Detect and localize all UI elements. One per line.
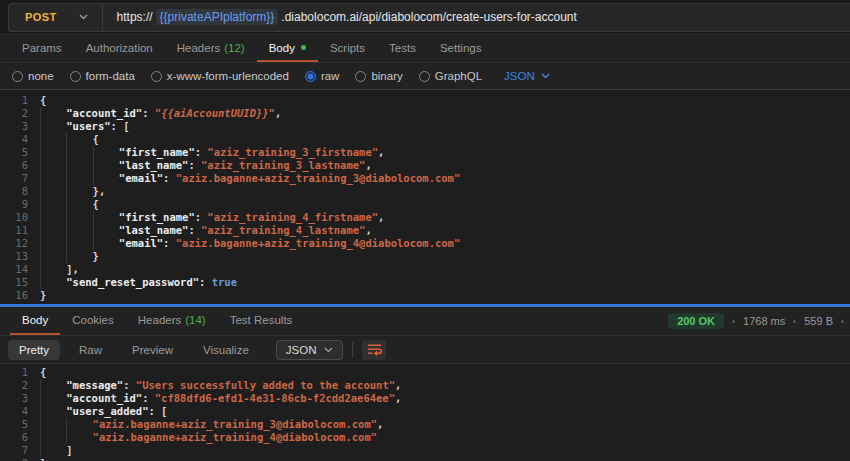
radio-circle-icon bbox=[419, 71, 430, 82]
chevron-down-icon bbox=[324, 347, 333, 353]
indent-guide bbox=[40, 185, 66, 198]
code-text: } bbox=[40, 457, 46, 461]
code-line: 6 "last_name": "aziz_training_3_lastname… bbox=[0, 159, 850, 172]
code-line: 4 "users_added": [ bbox=[0, 405, 850, 418]
tab-response-body[interactable]: Body bbox=[10, 307, 60, 335]
indent-guide bbox=[40, 431, 66, 444]
code-line: 9 { bbox=[0, 198, 850, 211]
indent-guide bbox=[40, 107, 66, 120]
response-tabs: Body Cookies Headers(14) Test Results bbox=[10, 307, 668, 335]
code-text: "send_reset_password": true bbox=[40, 276, 237, 289]
postman-app: POST https://{{privateAPIplatform}}.diab… bbox=[0, 0, 850, 461]
url-variable-chip[interactable]: {{privateAPIplatform}} bbox=[156, 9, 279, 25]
code-text: "message": "Users successfully added to … bbox=[40, 379, 401, 392]
radio-binary[interactable]: binary bbox=[355, 70, 402, 82]
tab-test-results[interactable]: Test Results bbox=[218, 307, 305, 335]
headers-count-badge: (12) bbox=[224, 42, 244, 54]
url-prefix: https:// bbox=[117, 10, 153, 24]
wrap-text-button[interactable] bbox=[362, 340, 386, 360]
indent-guide bbox=[40, 120, 66, 133]
unsaved-changes-dot bbox=[301, 45, 306, 50]
separator-dot bbox=[841, 320, 844, 323]
response-metrics: 200 OK 1768 ms 559 B bbox=[668, 307, 850, 335]
code-line: 2 "account_id": "{{aiAccountUUID}}", bbox=[0, 107, 850, 120]
view-pretty[interactable]: Pretty bbox=[8, 340, 60, 360]
tab-scripts[interactable]: Scripts bbox=[318, 35, 377, 62]
request-body-editor[interactable]: 1{2 "account_id": "{{aiAccountUUID}}",3 … bbox=[0, 90, 850, 304]
radio-graphql[interactable]: GraphQL bbox=[419, 70, 482, 82]
radio-x-www-form-urlencoded[interactable]: x-www-form-urlencoded bbox=[151, 70, 289, 82]
indent-guide bbox=[93, 237, 119, 250]
indent-guide bbox=[66, 418, 92, 431]
request-tabs: Params Authorization Headers(12) Body Sc… bbox=[0, 34, 850, 63]
indent-guide bbox=[40, 276, 66, 289]
response-time: 1768 ms bbox=[743, 315, 785, 327]
code-text: "account_id": "{{aiAccountUUID}}", bbox=[40, 107, 281, 120]
line-number: 8 bbox=[0, 185, 40, 198]
code-text: "account_id": "cf88dfd6-efd1-4e31-86cb-f… bbox=[40, 392, 401, 405]
indent-guide bbox=[66, 133, 92, 146]
view-raw[interactable]: Raw bbox=[68, 340, 113, 360]
indent-guide bbox=[93, 211, 119, 224]
code-line: 3 "users": [ bbox=[0, 120, 850, 133]
indent-guide bbox=[66, 250, 92, 263]
code-line: 7 ] bbox=[0, 444, 850, 457]
line-number: 10 bbox=[0, 211, 40, 224]
code-text: } bbox=[40, 250, 99, 263]
view-visualize[interactable]: Visualize bbox=[192, 340, 260, 360]
tab-settings[interactable]: Settings bbox=[428, 35, 494, 62]
line-number: 6 bbox=[0, 431, 40, 444]
code-text: }, bbox=[40, 185, 105, 198]
code-text: ], bbox=[40, 263, 79, 276]
indent-guide bbox=[66, 431, 92, 444]
code-text: { bbox=[40, 198, 99, 211]
code-text: "aziz.baganne+aziz_training_3@diabolocom… bbox=[40, 418, 383, 431]
indent-guide bbox=[40, 405, 66, 418]
indent-guide bbox=[40, 263, 66, 276]
tab-params[interactable]: Params bbox=[10, 35, 74, 62]
divider bbox=[352, 342, 353, 358]
indent-guide bbox=[40, 224, 66, 237]
response-language-dropdown[interactable]: JSON bbox=[276, 340, 344, 360]
line-number: 16 bbox=[0, 289, 40, 302]
status-badge[interactable]: 200 OK bbox=[668, 313, 724, 329]
indent-guide bbox=[66, 237, 92, 250]
radio-none[interactable]: none bbox=[12, 70, 54, 82]
separator-dot bbox=[793, 320, 796, 323]
code-line: 15 "send_reset_password": true bbox=[0, 276, 850, 289]
tab-headers[interactable]: Headers(12) bbox=[165, 35, 257, 62]
response-body-editor[interactable]: 1{2 "message": "Users successfully added… bbox=[0, 364, 850, 461]
code-text: "first_name": "aziz_training_3_firstname… bbox=[40, 146, 384, 159]
tab-authorization[interactable]: Authorization bbox=[74, 35, 165, 62]
indent-guide bbox=[66, 211, 92, 224]
code-line: 12 "email": "aziz.baganne+aziz_training_… bbox=[0, 237, 850, 250]
radio-circle-icon bbox=[151, 71, 162, 82]
view-preview[interactable]: Preview bbox=[121, 340, 184, 360]
line-number: 15 bbox=[0, 276, 40, 289]
indent-guide bbox=[93, 172, 119, 185]
code-text: "first_name": "aziz_training_4_firstname… bbox=[40, 211, 384, 224]
indent-guide bbox=[40, 133, 66, 146]
method-selector[interactable]: POST bbox=[9, 11, 102, 23]
chevron-down-icon bbox=[79, 14, 88, 20]
tab-cookies[interactable]: Cookies bbox=[60, 307, 126, 335]
code-text: } bbox=[40, 289, 46, 302]
request-url-bar: POST https://{{privateAPIplatform}}.diab… bbox=[0, 0, 850, 34]
tab-body[interactable]: Body bbox=[257, 35, 318, 62]
request-language-dropdown[interactable]: JSON bbox=[504, 70, 550, 82]
code-line: 3 "account_id": "cf88dfd6-efd1-4e31-86cb… bbox=[0, 392, 850, 405]
tab-tests[interactable]: Tests bbox=[377, 35, 428, 62]
code-text: { bbox=[40, 94, 46, 107]
radio-form-data[interactable]: form-data bbox=[70, 70, 135, 82]
indent-guide bbox=[66, 172, 92, 185]
indent-guide bbox=[66, 159, 92, 172]
line-number: 1 bbox=[0, 366, 40, 379]
line-number: 5 bbox=[0, 418, 40, 431]
code-line: 6 "aziz.baganne+aziz_training_4@diaboloc… bbox=[0, 431, 850, 444]
radio-raw[interactable]: raw bbox=[305, 70, 340, 82]
line-number: 11 bbox=[0, 224, 40, 237]
indent-guide bbox=[40, 159, 66, 172]
chevron-down-icon bbox=[541, 73, 550, 79]
tab-response-headers[interactable]: Headers(14) bbox=[126, 307, 218, 335]
url-input[interactable]: https://{{privateAPIplatform}}.diaboloco… bbox=[103, 10, 577, 24]
